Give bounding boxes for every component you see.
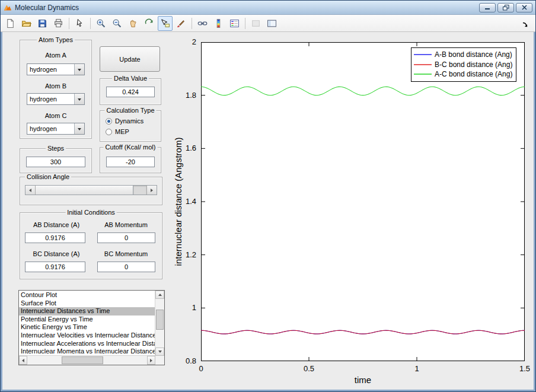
scroll-up-arrow[interactable]: [155, 291, 164, 299]
hide-plot-tools-icon: [248, 16, 263, 31]
list-item[interactable]: Potential Energy vs Time: [19, 315, 155, 324]
legend-line-sample: [414, 62, 432, 68]
calculation-type-panel: Calculation Type DynamicsMEP: [100, 110, 161, 142]
delta-value-field[interactable]: 0.424: [106, 87, 155, 97]
atom-c-label: Atom C: [20, 112, 91, 119]
brush-icon[interactable]: [174, 16, 189, 31]
list-item[interactable]: Internuclear Momenta vs Internuclear Dis…: [19, 348, 155, 356]
panel-title: Delta Value: [112, 75, 149, 82]
legend-line-sample: [414, 52, 432, 58]
plot-type-listbox: Contour PlotSurface PlotInternuclear Dis…: [18, 290, 165, 365]
list-item[interactable]: Kinetic Energy vs Time: [19, 323, 155, 332]
atom-c-dropdown[interactable]: hydrogen: [27, 123, 85, 135]
link-plot-icon[interactable]: [195, 16, 210, 31]
chevron-down-icon[interactable]: [74, 94, 84, 104]
rotate-icon[interactable]: [142, 16, 157, 31]
chevron-down-icon[interactable]: [74, 123, 84, 134]
restore-button[interactable]: [497, 3, 514, 12]
slider-trough[interactable]: [133, 186, 146, 195]
vertical-scroll-thumb[interactable]: [156, 310, 164, 330]
bc-momentum-field[interactable]: 0: [97, 262, 155, 272]
atom-b-dropdown[interactable]: hydrogen: [27, 93, 85, 105]
legend-entry: B-C bond distance (Ang): [414, 60, 513, 70]
atom-a-value: hydrogen: [27, 64, 74, 75]
scrollbar-corner: [155, 356, 164, 365]
bc-momentum-label: BC Momentum: [95, 250, 157, 257]
legend-icon[interactable]: [227, 16, 242, 31]
scroll-down-arrow[interactable]: [155, 348, 164, 356]
radio-label: MEP: [115, 128, 129, 135]
chevron-down-icon[interactable]: [74, 64, 84, 75]
atom-b-value: hydrogen: [27, 94, 74, 104]
close-button[interactable]: [516, 3, 532, 12]
horizontal-scroll-thumb[interactable]: [62, 356, 103, 364]
legend-line-sample: [414, 71, 432, 77]
update-button[interactable]: Update: [100, 46, 160, 72]
slider-right-arrow[interactable]: [146, 186, 157, 195]
print-icon[interactable]: [51, 16, 66, 31]
list-item[interactable]: Surface Plot: [19, 299, 155, 308]
app-icon: [4, 4, 12, 12]
app-window: Molecular Dynamics Atom Types Atom A hyd…: [0, 0, 536, 392]
scroll-right-arrow[interactable]: [147, 356, 155, 365]
data-cursor-icon[interactable]: [158, 16, 173, 31]
steps-field[interactable]: 300: [26, 157, 85, 167]
legend-label: A-B bond distance (Ang): [435, 50, 512, 59]
open-icon[interactable]: [19, 16, 34, 31]
zoom-out-icon[interactable]: [110, 16, 125, 31]
panel-title: Collision Angle: [25, 173, 71, 180]
atom-types-panel: Atom Types Atom A hydrogen Atom B hydrog…: [20, 40, 92, 139]
atom-a-dropdown[interactable]: hydrogen: [27, 63, 85, 75]
pan-icon[interactable]: [126, 16, 141, 31]
ab-distance-field[interactable]: 0.9176: [25, 232, 85, 243]
legend-label: A-C bond distance (Ang): [435, 70, 512, 78]
title-bar: Molecular Dynamics: [1, 1, 535, 15]
list-item[interactable]: Internuclear Velocities vs Internuclear …: [19, 332, 155, 340]
bc-distance-label: BC Distance (A): [24, 250, 89, 257]
delta-value-panel: Delta Value 0.424: [100, 78, 161, 105]
list-item[interactable]: Contour Plot: [19, 291, 155, 299]
radio-dynamics[interactable]: Dynamics: [106, 117, 143, 125]
atom-c-value: hydrogen: [27, 123, 74, 134]
vertical-scrollbar[interactable]: [155, 291, 164, 356]
steps-panel: Steps 300: [20, 148, 92, 173]
toolbar-separator: [245, 18, 245, 29]
atom-a-label: Atom A: [20, 52, 91, 59]
list-item[interactable]: Internuclear Distances vs Time: [19, 307, 155, 315]
collision-angle-slider[interactable]: [25, 185, 157, 195]
initial-conditions-panel: Initial Conditions AB Distance (A) AB Mo…: [20, 212, 162, 279]
colorbar-icon[interactable]: [211, 16, 226, 31]
ab-distance-label: AB Distance (A): [24, 221, 89, 228]
panel-title: Cutoff (Kcal/ mol): [104, 144, 158, 151]
radio-label: Dynamics: [115, 117, 143, 125]
list-item[interactable]: Internuclear Accelerations vs Internucle…: [19, 340, 155, 348]
toolbar-separator: [69, 18, 69, 29]
slider-left-arrow[interactable]: [25, 186, 36, 195]
legend-entry: A-B bond distance (Ang): [414, 50, 513, 60]
pointer-icon[interactable]: [72, 16, 87, 31]
radio-mep[interactable]: MEP: [106, 128, 143, 136]
minimize-button[interactable]: [479, 3, 496, 12]
legend-label: B-C bond distance (Ang): [435, 60, 512, 69]
horizontal-scrollbar[interactable]: [19, 355, 155, 365]
panel-title: Initial Conditions: [65, 209, 117, 216]
chart-legend: A-B bond distance (Ang)B-C bond distance…: [411, 47, 516, 82]
dock-figure-icon[interactable]: [522, 20, 530, 28]
cutoff-field[interactable]: -20: [106, 157, 155, 167]
zoom-in-icon[interactable]: [94, 16, 109, 31]
legend-entry: A-C bond distance (Ang): [414, 69, 513, 79]
ab-momentum-field[interactable]: 0: [97, 232, 155, 243]
toolbar: [1, 15, 535, 32]
save-icon[interactable]: [35, 16, 50, 31]
new-icon[interactable]: [3, 16, 18, 31]
cutoff-panel: Cutoff (Kcal/ mol) -20: [100, 147, 161, 173]
toolbar-separator: [192, 18, 192, 29]
bc-distance-field[interactable]: 0.9176: [25, 262, 85, 272]
slider-thumb[interactable]: [36, 186, 133, 195]
plot-canvas[interactable]: [201, 42, 525, 361]
scroll-left-arrow[interactable]: [19, 356, 27, 365]
calculation-type-options: DynamicsMEP: [106, 117, 143, 138]
panel-title: Steps: [46, 145, 66, 152]
collision-angle-panel: Collision Angle: [20, 177, 162, 205]
show-plot-tools-icon[interactable]: [264, 16, 279, 31]
